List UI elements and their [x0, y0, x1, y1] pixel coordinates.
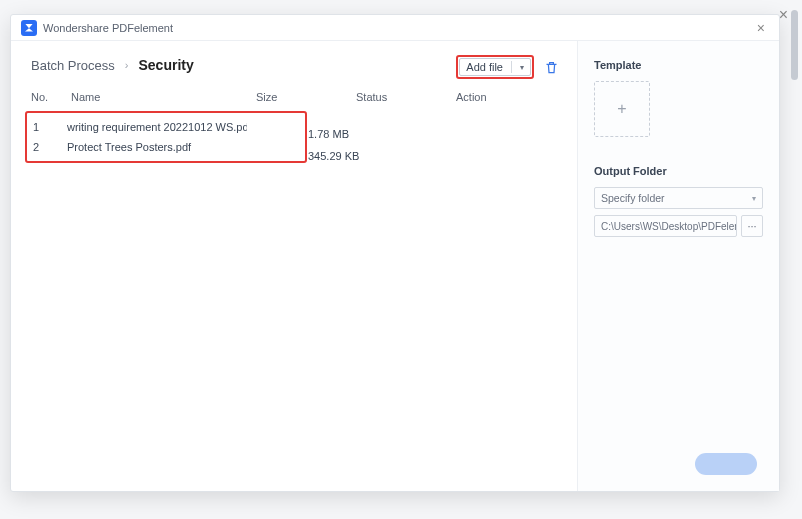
toolbar: Add file ▾	[456, 55, 559, 79]
col-size: Size	[256, 91, 356, 103]
col-action: Action	[456, 91, 516, 103]
table-header: No. Name Size Status Action	[31, 87, 557, 111]
row-size: 1.78 MB	[308, 123, 359, 145]
add-template-button[interactable]: +	[594, 81, 650, 137]
main-panel: Batch Process › Security Add file ▾	[11, 41, 577, 491]
output-folder-select[interactable]: Specify folder ▾	[594, 187, 763, 209]
add-file-button[interactable]: Add file ▾	[459, 58, 531, 76]
apply-button[interactable]	[695, 453, 757, 475]
col-name: Name	[71, 91, 256, 103]
divider	[511, 61, 512, 73]
close-icon[interactable]: ×	[753, 20, 769, 36]
app-title: Wondershare PDFelement	[43, 22, 753, 34]
app-logo-icon	[21, 20, 37, 36]
table-row[interactable]: 2 Protect Trees Posters.pdf	[31, 137, 301, 157]
output-path-text: C:\Users\WS\Desktop\PDFelement\Sec	[601, 221, 737, 232]
row-name: writing requirement 20221012 WS.pdf	[67, 121, 247, 133]
chevron-right-icon: ›	[125, 59, 129, 71]
row-no: 2	[31, 141, 67, 153]
size-values: 1.78 MB 345.29 KB	[308, 123, 359, 167]
outer-close-icon[interactable]: ×	[779, 6, 788, 24]
row-name: Protect Trees Posters.pdf	[67, 141, 247, 153]
specify-folder-label: Specify folder	[601, 192, 665, 204]
col-no: No.	[31, 91, 71, 103]
batch-modal: Wondershare PDFelement × Batch Process ›…	[10, 14, 780, 492]
browse-button[interactable]: ···	[741, 215, 763, 237]
titlebar: Wondershare PDFelement ×	[11, 15, 779, 41]
rows-highlight: 1 writing requirement 20221012 WS.pdf 2 …	[25, 111, 307, 163]
col-status: Status	[356, 91, 456, 103]
add-file-highlight: Add file ▾	[456, 55, 534, 79]
table-row[interactable]: 1 writing requirement 20221012 WS.pdf	[31, 117, 301, 137]
file-table: No. Name Size Status Action 1 writing re…	[31, 87, 557, 163]
breadcrumb-parent[interactable]: Batch Process	[31, 58, 115, 73]
row-size: 345.29 KB	[308, 145, 359, 167]
add-file-label: Add file	[466, 61, 503, 73]
row-no: 1	[31, 121, 67, 133]
clear-list-icon[interactable]	[544, 60, 559, 75]
chevron-down-icon[interactable]: ▾	[520, 63, 524, 72]
template-label: Template	[594, 59, 763, 71]
output-path-field[interactable]: C:\Users\WS\Desktop\PDFelement\Sec	[594, 215, 737, 237]
scrollbar[interactable]	[791, 10, 798, 80]
breadcrumb-current: Security	[139, 57, 194, 73]
side-panel: Template + Output Folder Specify folder …	[577, 41, 779, 491]
chevron-down-icon: ▾	[752, 194, 756, 203]
output-folder-label: Output Folder	[594, 165, 763, 177]
